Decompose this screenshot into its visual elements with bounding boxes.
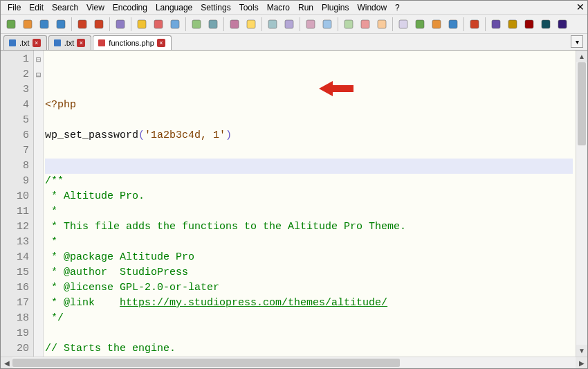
code-line[interactable]: [45, 326, 573, 341]
code-line[interactable]: * @link https://my.studiopress.com/theme…: [45, 296, 573, 311]
code-line[interactable]: * @license GPL-2.0-or-later: [45, 280, 573, 296]
horizontal-scroll-thumb[interactable]: [12, 359, 400, 367]
menu-edit[interactable]: Edit: [25, 1, 48, 14]
find-icon[interactable]: [227, 17, 242, 32]
sync-h-icon[interactable]: [320, 17, 335, 32]
toolbar-separator: [338, 17, 338, 31]
folder-icon[interactable]: [445, 17, 461, 32]
sync-v-icon[interactable]: [303, 17, 318, 32]
redo-icon[interactable]: [205, 17, 221, 32]
file-icon: [98, 39, 106, 47]
vertical-scroll-thumb[interactable]: [578, 62, 586, 145]
code-line[interactable]: [45, 143, 573, 159]
stop-icon[interactable]: [505, 17, 520, 32]
save-icon[interactable]: [37, 17, 52, 32]
scroll-left-icon[interactable]: ◀: [1, 357, 12, 368]
fold-toggle-icon[interactable]: ⊟: [34, 52, 43, 67]
menu-view[interactable]: View: [82, 1, 109, 14]
menu-file[interactable]: File: [3, 1, 25, 14]
tab-txt[interactable]: .txt×: [48, 35, 92, 50]
svg-rect-4: [78, 20, 86, 28]
menu-plugins[interactable]: Plugins: [318, 1, 353, 14]
svg-rect-17: [323, 20, 331, 28]
code-line[interactable]: * @author StudioPress: [45, 265, 573, 280]
svg-rect-28: [525, 20, 533, 28]
line-number: 2: [2, 67, 29, 82]
tab-bar: .txt×.txt×functions.php× ▾: [1, 34, 587, 51]
code-line[interactable]: */: [45, 311, 573, 326]
word-wrap-icon[interactable]: [341, 17, 356, 32]
tab-close-icon[interactable]: ×: [33, 39, 41, 47]
menu-tools[interactable]: Tools: [235, 1, 263, 14]
replace-icon[interactable]: [244, 17, 259, 32]
menu-search[interactable]: Search: [48, 1, 82, 14]
save-all-icon[interactable]: [53, 17, 68, 32]
svg-rect-27: [508, 20, 517, 28]
code-line[interactable]: * This file adds the functions to the Al…: [45, 219, 573, 235]
code-line[interactable]: * @package Altitude Pro: [45, 250, 573, 265]
cut-icon[interactable]: [134, 17, 149, 32]
zoom-out-icon[interactable]: [282, 17, 297, 32]
close-icon[interactable]: [75, 17, 90, 32]
code-line[interactable]: // Starts the engine.: [45, 341, 573, 357]
code-line[interactable]: <?php: [45, 98, 573, 113]
menu-macro[interactable]: Macro: [263, 1, 294, 14]
record-icon[interactable]: [488, 17, 504, 32]
line-number: 4: [2, 98, 29, 113]
monitor-icon[interactable]: [467, 17, 482, 32]
code-line[interactable]: /**: [45, 174, 573, 189]
fold-toggle-icon[interactable]: ⊟: [34, 67, 43, 82]
line-number: 12: [2, 219, 29, 235]
code-line[interactable]: [45, 159, 573, 174]
undo-icon[interactable]: [189, 17, 204, 32]
code-line[interactable]: [45, 113, 573, 128]
svg-rect-16: [306, 20, 315, 28]
paste-icon[interactable]: [167, 17, 183, 32]
annotation-arrow-icon: [319, 80, 355, 98]
tab-txt[interactable]: .txt×: [3, 35, 47, 50]
new-file-icon[interactable]: [3, 17, 19, 32]
play-multi-icon[interactable]: [538, 17, 553, 32]
window-close-icon[interactable]: ✕: [576, 1, 585, 12]
code-area[interactable]: <?phpwp_set_password('1a2b3c4d, 1')/** *…: [44, 51, 576, 357]
line-number: 7: [2, 143, 29, 159]
doc-map-icon[interactable]: [412, 17, 428, 32]
tab-overflow-button[interactable]: ▾: [571, 35, 583, 48]
horizontal-scrollbar[interactable]: ◀ ▶: [1, 357, 587, 368]
save-macro-icon[interactable]: [555, 17, 570, 32]
vertical-scrollbar[interactable]: ▲ ▼: [576, 51, 587, 357]
menu-window[interactable]: Window: [353, 1, 391, 14]
code-line[interactable]: wp_set_password('1a2b3c4d, 1'): [45, 128, 573, 143]
fold-column[interactable]: ⊟⊟: [34, 51, 44, 357]
zoom-in-icon[interactable]: [265, 17, 280, 32]
scroll-down-icon[interactable]: ▼: [576, 345, 587, 357]
open-icon[interactable]: [20, 17, 35, 32]
close-all-icon[interactable]: [91, 17, 107, 32]
play-icon[interactable]: [522, 17, 537, 32]
func-list-icon[interactable]: [429, 17, 444, 32]
tab-close-icon[interactable]: ×: [77, 39, 85, 47]
code-line[interactable]: *: [45, 204, 573, 219]
svg-rect-24: [449, 20, 457, 28]
code-line[interactable]: * Altitude Pro.: [45, 189, 573, 204]
copy-icon[interactable]: [151, 17, 166, 32]
toolbar-separator: [300, 17, 300, 31]
toolbar-separator: [131, 17, 131, 31]
code-line[interactable]: *: [45, 235, 573, 250]
line-number: 5: [2, 113, 29, 128]
print-icon[interactable]: [113, 17, 128, 32]
menu-language[interactable]: Language: [151, 1, 196, 14]
menu-help[interactable]: ?: [391, 1, 404, 14]
lang-icon[interactable]: [396, 17, 411, 32]
scroll-right-icon[interactable]: ▶: [576, 357, 587, 368]
tab-functionsphp[interactable]: functions.php×: [93, 35, 171, 50]
line-number: 1: [2, 52, 29, 67]
indent-guide-icon[interactable]: [374, 17, 389, 32]
menu-run[interactable]: Run: [294, 1, 318, 14]
menu-settings[interactable]: Settings: [196, 1, 235, 14]
menu-encoding[interactable]: Encoding: [109, 1, 151, 14]
tab-close-icon[interactable]: ×: [157, 39, 165, 47]
show-all-chars-icon[interactable]: [358, 17, 373, 32]
scroll-up-icon[interactable]: ▲: [576, 51, 587, 62]
svg-rect-9: [171, 20, 179, 28]
